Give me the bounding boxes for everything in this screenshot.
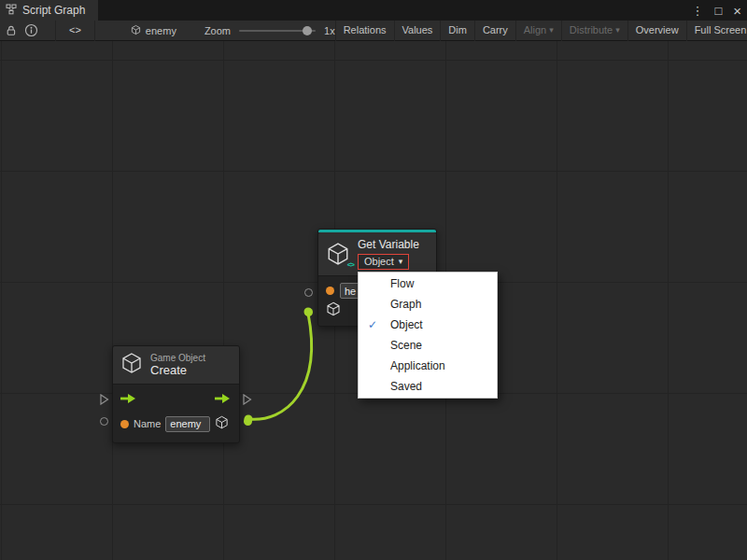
code-icon: <> [347,260,354,269]
check-icon: ✓ [368,315,377,335]
tab-script-graph[interactable]: Script Graph [0,0,98,21]
overview-button[interactable]: Overview [627,21,686,41]
flow-input-port[interactable] [100,392,109,409]
close-icon[interactable]: × [733,3,741,19]
string-port-dot [326,287,334,295]
graph-breadcrumb[interactable]: enemy [131,24,176,37]
relations-button[interactable]: Relations [335,21,394,41]
game-object-cube-icon [120,352,143,378]
align-button[interactable]: Align ▾ [515,21,561,41]
graph-toolbar: <> enemy Zoom 1x Relations Values Dim Ca… [0,21,747,41]
chevron-down-icon: ▾ [549,21,554,40]
gameobject-output-port[interactable] [244,417,252,426]
zoom-value: 1x [324,25,335,36]
graph-breadcrumb-label: enemy [146,25,176,36]
zoom-slider[interactable] [239,30,316,32]
carry-button[interactable]: Carry [474,21,515,41]
variable-kind-menu: Flow Graph ✓ Object Scene Application Sa… [358,272,498,399]
toolbar-buttons: Relations Values Dim Carry Align ▾ Distr… [335,21,747,41]
edit-script-button[interactable]: <> [55,21,95,41]
window-menu-icon[interactable]: ⋮ [691,4,703,18]
info-icon[interactable] [24,21,38,41]
string-port-dot [120,420,129,428]
zoom-control: Zoom 1x [204,25,335,36]
create-node-header: Game Object Create [113,346,239,384]
get-variable-header: <> Get Variable Object ▾ [318,232,436,275]
tab-title: Script Graph [22,4,85,17]
name-value-field[interactable] [165,416,210,432]
script-graph-window: Script Graph ⋮ □ × <> [0,0,747,560]
code-icon: <> [69,24,81,35]
menu-item-saved[interactable]: Saved [359,376,497,397]
chevron-down-icon: ▾ [399,257,403,266]
flow-output-port[interactable] [243,392,252,409]
create-game-object-node[interactable]: Game Object Create [112,345,240,443]
menu-item-scene[interactable]: Scene [359,335,497,356]
object-input-port[interactable] [304,308,313,316]
name-port-label: Name [134,418,161,429]
create-node-body: Name [113,384,239,442]
node-subtitle: Game Object [150,353,205,363]
title-bar: Script Graph ⋮ □ × [0,0,747,21]
distribute-button[interactable]: Distribute ▾ [561,21,627,41]
menu-item-graph[interactable]: Graph [359,294,497,315]
full-screen-button[interactable]: Full Screen [686,21,747,41]
variable-cube-icon: <> [326,242,350,266]
node-title: Create [150,363,205,377]
maximize-icon[interactable]: □ [714,4,722,18]
menu-item-flow[interactable]: Flow [359,273,497,294]
script-graph-icon [6,4,17,18]
node-title: Get Variable [358,238,419,251]
name-input-port[interactable] [100,417,108,426]
gameobject-output-cube-icon [215,415,229,433]
window-controls: ⋮ □ × [691,0,741,21]
lock-icon[interactable] [6,21,17,41]
flow-in-arrow-icon [120,391,137,408]
dim-button[interactable]: Dim [440,21,474,41]
zoom-label: Zoom [204,25,231,36]
flow-out-arrow-icon [215,391,232,408]
gameobject-port-cube-icon [326,301,341,320]
chevron-down-icon: ▾ [615,21,620,40]
name-input-port[interactable] [304,288,313,297]
variable-kind-value: Object [364,256,394,267]
variable-kind-dropdown[interactable]: Object ▾ [358,254,409,270]
game-object-icon [131,24,141,37]
zoom-slider-handle[interactable] [303,26,312,35]
menu-item-application[interactable]: Application [359,356,497,376]
values-button[interactable]: Values [394,21,441,41]
menu-item-object[interactable]: ✓ Object [359,315,497,335]
